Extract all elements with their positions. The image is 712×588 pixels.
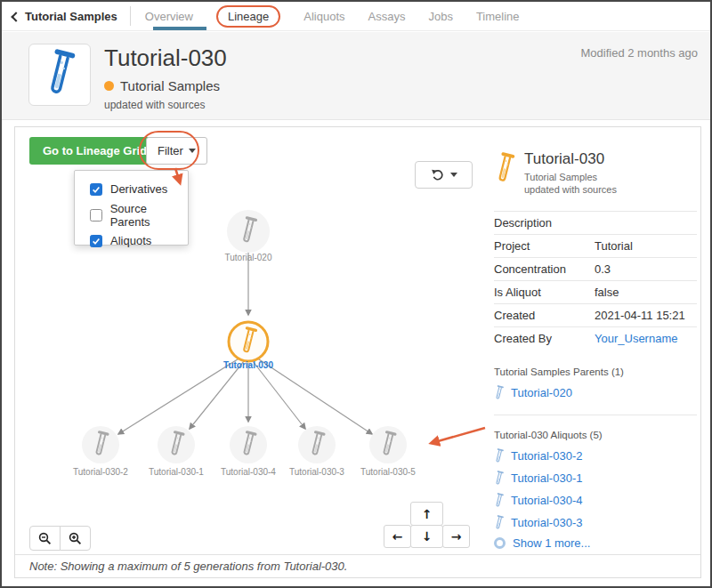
active-tab-indicator [153, 27, 206, 30]
checkbox-checked-icon[interactable] [90, 183, 102, 196]
page-title: Tutorial-030 [104, 44, 227, 72]
filter-dropdown-menu: Derivatives Source Parents Aliquots [74, 170, 189, 246]
graph-node-child[interactable]: Tutorial-030-3 [289, 426, 344, 477]
test-tube-icon [36, 47, 83, 102]
back-link-label: Tutorial Samples [25, 10, 117, 23]
checkbox-checked-icon[interactable] [90, 235, 102, 247]
filter-option-label: Aliquots [110, 234, 151, 247]
sample-type-dot-icon [104, 81, 114, 91]
node-label[interactable]: Tutorial-030 [223, 360, 273, 370]
graph-node-child[interactable]: Tutorial-030-4 [221, 426, 276, 477]
modified-timestamp: Modified 2 months ago [580, 46, 698, 60]
graph-node-child[interactable]: Tutorial-030-1 [149, 426, 204, 477]
filter-option-label: Derivatives [110, 182, 167, 196]
sample-type-label: Tutorial Samples [120, 78, 220, 93]
tab-jobs[interactable]: Jobs [428, 7, 452, 26]
tab-aliquots[interactable]: Aliquots [303, 7, 344, 26]
app-window: Tutorial Samples Overview Lineage Aliquo… [0, 0, 712, 588]
node-label[interactable]: Tutorial-030-3 [289, 467, 344, 477]
top-navigation: Tutorial Samples Overview Lineage Aliquo… [2, 2, 710, 31]
node-label[interactable]: Tutorial-030-4 [221, 467, 276, 477]
graph-node-child[interactable]: Tutorial-030-5 [360, 426, 416, 477]
filter-option-derivatives[interactable]: Derivatives [90, 179, 188, 199]
tab-overview[interactable]: Overview [145, 7, 193, 26]
node-label[interactable]: Tutorial-030-1 [149, 467, 204, 477]
node-label[interactable]: Tutorial-020 [225, 253, 272, 262]
graph-node-parent[interactable]: Tutorial-020 [225, 210, 272, 262]
tab-lineage[interactable]: Lineage [216, 5, 280, 28]
node-label[interactable]: Tutorial-030-5 [360, 467, 416, 477]
filter-option-source-parents[interactable]: Source Parents [90, 205, 188, 225]
sample-icon-card [28, 44, 91, 106]
tab-bar: Overview Lineage Aliquots Assays Jobs Ti… [145, 5, 520, 28]
back-link[interactable]: Tutorial Samples [12, 10, 117, 23]
sample-header: Tutorial-030 Tutorial Samples updated wi… [2, 32, 710, 120]
lineage-panel: Tutorial-020 Tutorial-030 Tutorial-030-2… [14, 126, 701, 578]
graph-node-selected[interactable]: Tutorial-030 [223, 322, 273, 370]
nav-divider [130, 6, 131, 26]
filter-option-aliquots[interactable]: Aliquots [90, 230, 188, 251]
chevron-left-icon [11, 12, 20, 21]
filter-option-label: Source Parents [110, 202, 188, 229]
node-label[interactable]: Tutorial-030-2 [73, 467, 128, 477]
tab-timeline[interactable]: Timeline [476, 7, 520, 26]
checkbox-unchecked-icon[interactable] [90, 209, 102, 222]
graph-node-child[interactable]: Tutorial-030-2 [73, 426, 128, 477]
sample-status-text: updated with sources [104, 99, 205, 111]
tab-assays[interactable]: Assays [368, 7, 406, 26]
sample-type-row: Tutorial Samples [104, 78, 220, 93]
